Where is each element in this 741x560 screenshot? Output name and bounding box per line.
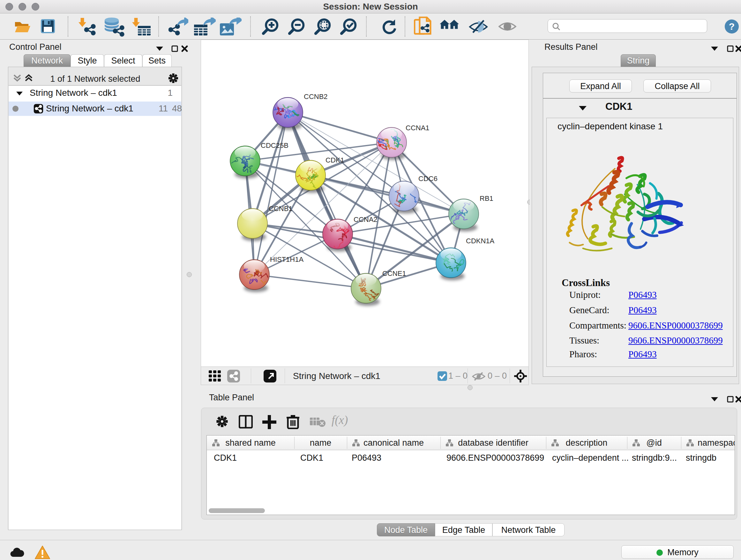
- svg-text:CCNA2: CCNA2: [354, 215, 378, 224]
- svg-text:CCNB1: CCNB1: [269, 205, 293, 212]
- svg-text:CCNE1: CCNE1: [382, 269, 406, 277]
- svg-text:CCNB2: CCNB2: [304, 92, 328, 101]
- svg-text:?: ?: [729, 21, 735, 32]
- svg-text:CDK1: CDK1: [326, 156, 344, 164]
- svg-text:CDC25B: CDC25B: [261, 141, 288, 149]
- svg-text:HIST1H1A: HIST1H1A: [270, 255, 304, 263]
- svg-text:RB1: RB1: [480, 194, 493, 202]
- svg-text:CDC6: CDC6: [418, 175, 437, 183]
- svg-text:CDKN1A: CDKN1A: [466, 237, 495, 245]
- svg-text:CCNA1: CCNA1: [406, 124, 429, 132]
